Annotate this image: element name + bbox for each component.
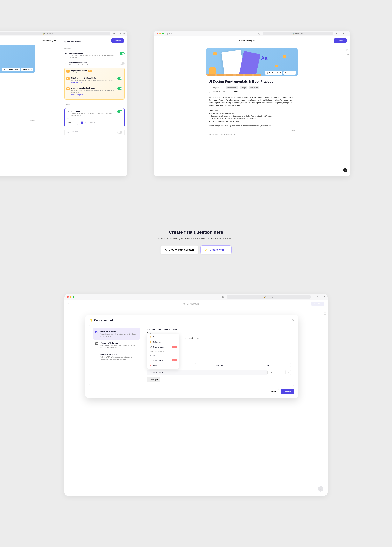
question-type-select[interactable]: ☰ Multiple choice ⌄ xyxy=(147,370,268,375)
url-icon xyxy=(95,342,98,345)
add-quiz-button[interactable]: +Add quiz xyxy=(147,377,160,382)
generate-button[interactable]: Generate xyxy=(281,389,294,394)
create-ai-modal: ✨Create with AI ✕ Generate from text Use… xyxy=(85,315,298,398)
question-type-dropdown[interactable]: ◔Graphing ⊞Categorize 💬ComprehesionBeta … xyxy=(147,334,179,369)
reposition-button[interactable]: ✥ Reposition xyxy=(284,71,296,75)
count-display: 1 xyxy=(276,370,284,375)
forward-icon[interactable]: › xyxy=(82,296,82,298)
add-icon[interactable]: + xyxy=(320,296,322,298)
dd-graphing[interactable]: ◔Graphing xyxy=(148,335,178,339)
quiz-description: Unlock the secrets to crafting compellin… xyxy=(209,96,295,107)
quiz-title: UI Design Fundamentals & Best Practice xyxy=(209,80,295,83)
page-title: Create new Quiz xyxy=(160,40,334,42)
add-icon[interactable]: + xyxy=(343,33,344,35)
close-icon[interactable]: × xyxy=(157,39,160,42)
shuffle-toggle[interactable] xyxy=(120,52,125,55)
tag: Not Urgent xyxy=(249,86,259,89)
shuffle-icon: ⇄ xyxy=(64,52,68,55)
svg-rect-2 xyxy=(324,312,326,315)
cta-title: Create first question here xyxy=(133,230,259,235)
tabs-icon[interactable]: ⧉ xyxy=(123,33,125,35)
attempt-toggle[interactable] xyxy=(117,131,122,134)
cta-subtitle: Choose a question generation method belo… xyxy=(133,237,259,240)
dd-open-ended[interactable]: ○Open EndedBeta xyxy=(148,358,178,363)
lightning-icon: ⚡ xyxy=(67,70,70,73)
shield-icon: ◐ xyxy=(258,32,260,35)
redo-icon: ↻ xyxy=(64,62,68,65)
create-ai-button[interactable]: ✨ Create with AI xyxy=(201,246,232,254)
passmark-toggle[interactable] xyxy=(117,110,122,113)
reload-icon[interactable]: ⟳ xyxy=(113,33,115,35)
dd-draw[interactable]: ✎Draw xyxy=(148,353,178,358)
share-icon[interactable]: ⇪ xyxy=(339,33,341,35)
share-icon[interactable]: ⇪ xyxy=(317,296,318,298)
share-icon[interactable]: ⇪ xyxy=(117,33,118,35)
shield-icon: ◐ xyxy=(222,296,224,298)
increment-button[interactable]: + xyxy=(269,370,274,375)
dd-video[interactable]: ▶Video xyxy=(148,363,178,368)
chevron-down-icon[interactable]: ⌄ xyxy=(123,48,125,49)
method-url[interactable]: Convert URL To quiz Use AI to automatica… xyxy=(93,340,140,351)
continue-button[interactable]: Continue xyxy=(311,302,324,306)
text-icon xyxy=(95,330,98,334)
point-radio[interactable]: Point xyxy=(89,122,95,124)
sidebar-icon[interactable]: ◫ xyxy=(166,32,168,35)
chevron-down-icon[interactable]: ⌄ xyxy=(123,104,125,106)
see-how-link[interactable]: See How It Works → xyxy=(71,82,84,83)
settings-icon[interactable] xyxy=(346,53,349,56)
pencil-icon: ✎ xyxy=(165,248,167,251)
adaptive-icon: ⊞ xyxy=(67,87,70,90)
preview-link[interactable]: Preview Templates → xyxy=(71,94,85,96)
method-text[interactable]: Generate from text Use AI to generate qu… xyxy=(93,328,140,340)
difficulty-intermediate[interactable]: Intermediate xyxy=(195,363,242,368)
list-icon: ☰ xyxy=(149,371,150,373)
continue-button[interactable]: Continue xyxy=(334,38,347,43)
skip-icon: ⏭ xyxy=(67,77,70,80)
download-icon[interactable]: ⬇ xyxy=(313,296,315,298)
update-thumbnail-button[interactable]: 🖼 Update thumbnail xyxy=(265,71,282,75)
doc-icon xyxy=(324,312,326,315)
create-scratch-button[interactable]: ✎ Create from Scratch xyxy=(160,246,198,254)
svg-rect-4 xyxy=(95,342,98,344)
value-input[interactable] xyxy=(67,121,78,125)
chevron-down-icon: ⌄ xyxy=(264,371,265,373)
close-icon[interactable]: ✕ xyxy=(292,319,294,322)
char-count: 332/400 xyxy=(209,130,295,131)
help-button[interactable]: ? xyxy=(318,486,323,492)
magic-icon: ✨ xyxy=(205,248,208,251)
help-bubble[interactable]: ? xyxy=(343,168,347,172)
back-icon[interactable]: ‹ xyxy=(169,32,170,35)
decrement-button[interactable]: − xyxy=(285,370,291,375)
tabs-icon[interactable]: ⧉ xyxy=(324,296,325,298)
tag: Design xyxy=(240,86,247,89)
sidebar-icon[interactable]: ◫ xyxy=(76,296,78,298)
reposition-button[interactable]: ✥ Reposition xyxy=(21,68,33,71)
cta-section: Create first question here Choose a ques… xyxy=(133,230,259,254)
doc-icon[interactable] xyxy=(346,49,349,52)
method-upload[interactable]: Upload a document Upload a PDF or Word d… xyxy=(93,351,140,362)
skip-toggle[interactable] xyxy=(117,77,122,80)
update-thumbnail-button[interactable]: 🖼 Update thumbnail xyxy=(2,68,20,71)
adaptive-toggle[interactable] xyxy=(117,87,122,90)
category-icon: ⊞ xyxy=(209,87,210,89)
add-icon[interactable]: + xyxy=(120,33,121,35)
attempt-icon: ↻ xyxy=(67,131,70,134)
redemption-toggle[interactable] xyxy=(120,62,125,65)
upload-icon xyxy=(95,353,98,357)
passmark-icon: ✓ xyxy=(67,110,70,113)
question-settings-panel: Question Settings Question⌄ ⇄ Shuffle qu… xyxy=(62,38,127,139)
download-icon[interactable]: ⬇ xyxy=(336,33,338,35)
magic-icon: ✨ xyxy=(89,318,93,322)
url-bar: 🔒 trenning.app xyxy=(0,32,110,35)
dd-comprehension[interactable]: 💬ComprehesionBeta xyxy=(148,344,178,349)
tabs-icon[interactable]: ⧉ xyxy=(346,33,347,35)
char-count: 332/400 xyxy=(0,120,35,122)
back-icon[interactable]: ‹ xyxy=(80,296,80,298)
forward-icon[interactable]: › xyxy=(171,32,172,35)
difficulty-expert[interactable]: ◇Expert xyxy=(244,363,291,368)
dd-categorize[interactable]: ⊞Categorize xyxy=(148,339,178,344)
tag: Fundamental xyxy=(226,86,238,89)
close-icon[interactable]: × xyxy=(68,303,71,305)
cancel-button[interactable]: Cancel xyxy=(267,389,279,394)
clock-icon: ◷ xyxy=(209,91,210,93)
